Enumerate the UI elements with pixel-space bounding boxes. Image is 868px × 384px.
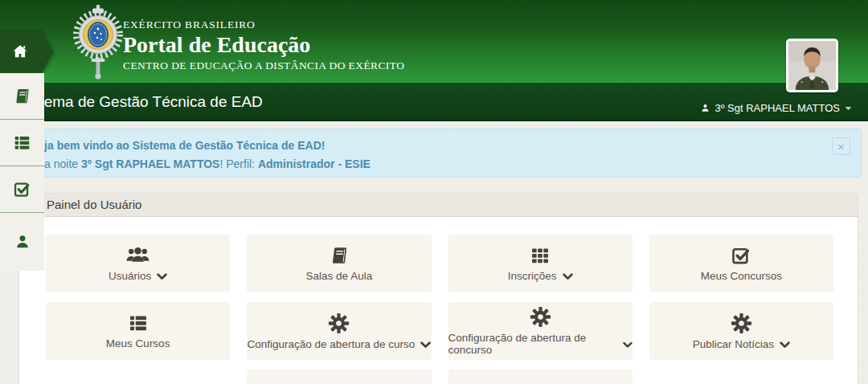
card-label: Publicar Notícias xyxy=(693,338,774,350)
greeting-middle: ! Perfil: xyxy=(219,157,257,170)
sidebar xyxy=(0,30,53,263)
main-content: × Seja bem vindo ao Sistema de Gestão Té… xyxy=(0,121,868,384)
greeting-user: 3º Sgt RAPHAEL MATTOS xyxy=(81,157,219,170)
alert-greeting: Boa noite 3º Sgt RAPHAEL MATTOS! Perfil:… xyxy=(31,156,822,172)
brand-subtitle: CENTRO DE EDUCAÇÃO A DISTÂNCIA DO EXÉRCI… xyxy=(123,59,404,72)
user-panel: Painel do Usuário Usuários xyxy=(18,193,858,384)
greeting-profile: Administrador - ESIE xyxy=(258,157,371,170)
page-title: Sistema de Gestão Técnica de EAD xyxy=(18,93,263,111)
card-salas-de-aula[interactable]: Salas de Aula xyxy=(247,235,431,292)
chevron-down-icon xyxy=(780,341,790,349)
card-meus-concursos[interactable]: Meus Concursos xyxy=(649,235,833,292)
book-icon xyxy=(329,245,350,266)
card-label: Salas de Aula xyxy=(306,270,373,282)
list-icon xyxy=(128,313,149,333)
gear-icon xyxy=(530,306,551,328)
sidebar-items xyxy=(0,73,44,271)
card-grid: Usuários Salas de Aula xyxy=(19,217,858,384)
gear-icon xyxy=(731,313,752,334)
chevron-down-icon xyxy=(845,106,852,111)
panel-title: Painel do Usuário xyxy=(19,194,858,217)
list-icon xyxy=(13,134,31,152)
user-icon xyxy=(700,103,710,113)
user-menu[interactable]: 3º Sgt RAPHAEL MATTOS xyxy=(700,102,853,114)
card-label: Meus Concursos xyxy=(701,270,782,282)
navbar: Sistema de Gestão Técnica de EAD 3º Sgt … xyxy=(0,83,868,121)
user-name: 3º Sgt RAPHAEL MATTOS xyxy=(715,102,841,114)
welcome-alert: × Seja bem vindo ao Sistema de Gestão Té… xyxy=(18,129,862,178)
sidebar-item-concursos[interactable] xyxy=(0,166,44,213)
check-square-icon xyxy=(13,180,31,198)
army-crest-logo xyxy=(72,4,124,81)
card-label: Meus Cursos xyxy=(106,337,170,349)
sidebar-item-courses[interactable] xyxy=(0,73,44,120)
chevron-down-icon xyxy=(157,273,167,280)
card-label: Configuração de abertura de concurso xyxy=(448,332,617,356)
page: EXÉRCITO BRASILEIRO Portal de Educação C… xyxy=(0,0,868,384)
grid-icon xyxy=(530,246,551,266)
card-inscricoes[interactable]: Inscrições xyxy=(448,235,633,292)
avatar[interactable] xyxy=(786,39,838,92)
gear-icon xyxy=(328,313,350,334)
alert-title: Seja bem vindo ao Sistema de Gestão Técn… xyxy=(31,137,822,153)
chevron-down-icon xyxy=(563,273,573,280)
book-icon xyxy=(13,87,31,105)
card-partial-edit[interactable] xyxy=(448,370,633,384)
card-label: Usuários xyxy=(108,270,151,282)
user-icon xyxy=(14,233,31,251)
card-meus-cursos[interactable]: Meus Cursos xyxy=(46,302,230,360)
card-label: Configuração de abertura de curso xyxy=(248,338,416,350)
check-square-icon xyxy=(731,245,751,266)
sidebar-item-profile[interactable] xyxy=(0,213,44,271)
sidebar-item-home[interactable] xyxy=(0,30,53,73)
card-usuarios[interactable]: Usuários xyxy=(46,235,230,292)
users-icon xyxy=(125,245,150,266)
close-icon[interactable]: × xyxy=(832,137,850,155)
chevron-down-icon xyxy=(420,341,431,349)
brand-block: EXÉRCITO BRASILEIRO Portal de Educação C… xyxy=(123,18,404,72)
chevron-down-icon xyxy=(623,341,633,349)
card-config-abertura-curso[interactable]: Configuração de abertura de curso xyxy=(247,302,431,360)
app-header: EXÉRCITO BRASILEIRO Portal de Educação C… xyxy=(0,0,868,83)
card-partial-flag[interactable] xyxy=(247,370,431,384)
home-icon xyxy=(11,43,29,60)
card-config-abertura-concurso[interactable]: Configuração de abertura de concurso xyxy=(448,302,633,360)
profile-photo xyxy=(788,41,836,90)
sidebar-item-list[interactable] xyxy=(0,120,44,166)
card-publicar-noticias[interactable]: Publicar Notícias xyxy=(649,302,833,360)
card-label: Inscrições xyxy=(508,270,557,282)
brand-title: Portal de Educação xyxy=(123,33,404,57)
brand-top-text: EXÉRCITO BRASILEIRO xyxy=(123,18,404,31)
